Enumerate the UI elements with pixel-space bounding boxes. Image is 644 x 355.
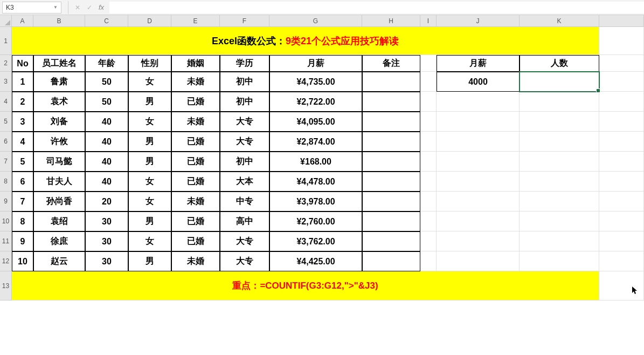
col-header-I[interactable]: I <box>420 15 437 27</box>
fx-icon[interactable]: fx <box>99 3 104 11</box>
row-header-4[interactable]: 4 <box>0 92 12 112</box>
cell-no: 6 <box>12 172 33 192</box>
header-gender: 性别 <box>128 55 171 72</box>
cell-remark <box>362 72 420 92</box>
name-box-dropdown-icon[interactable]: ▼ <box>53 5 58 10</box>
cell-name: 孙尚香 <box>33 192 85 211</box>
cell-gender: 男 <box>128 251 171 271</box>
row-header-2[interactable]: 2 <box>0 55 12 72</box>
cell-J5[interactable] <box>437 112 520 132</box>
cell-age: 50 <box>85 92 128 112</box>
select-all-corner[interactable] <box>0 15 12 27</box>
cell-marital: 已婚 <box>171 92 220 112</box>
cell-salary: ¥2,722.00 <box>269 92 362 112</box>
col-header-E[interactable]: E <box>171 15 220 27</box>
col-header-K[interactable]: K <box>520 15 599 27</box>
spreadsheet-grid[interactable]: ABCDEFGHIJK1Excel函数公式：9类21个公式应用技巧解读2No员工… <box>0 15 644 301</box>
col-header-F[interactable]: F <box>220 15 269 27</box>
col-header-C[interactable]: C <box>85 15 128 27</box>
empty <box>599 55 644 72</box>
col-header-G[interactable]: G <box>269 15 362 27</box>
col-header-D[interactable]: D <box>128 15 171 27</box>
cell-J7[interactable] <box>437 152 520 172</box>
cell-J4[interactable] <box>437 92 520 112</box>
cell-age: 40 <box>85 172 128 192</box>
col-header-J[interactable]: J <box>437 15 520 27</box>
cell-J9[interactable] <box>437 192 520 211</box>
row-header-8[interactable]: 8 <box>0 172 12 192</box>
row-header-12[interactable]: 12 <box>0 251 12 271</box>
cell-K8[interactable] <box>520 172 599 192</box>
empty <box>599 112 644 132</box>
cell-J8[interactable] <box>437 172 520 192</box>
cell-salary: ¥168.00 <box>269 152 362 172</box>
cell-K4[interactable] <box>520 92 599 112</box>
row-header-6[interactable]: 6 <box>0 132 12 152</box>
row-header-5[interactable]: 5 <box>0 112 12 132</box>
col-header-A[interactable]: A <box>12 15 33 27</box>
cell-gender: 男 <box>128 211 171 231</box>
cell-K11[interactable] <box>520 231 599 251</box>
cell-gender: 女 <box>128 112 171 132</box>
cell-K9[interactable] <box>520 192 599 211</box>
cell-no: 2 <box>12 92 33 112</box>
empty <box>599 271 644 301</box>
cell-J11[interactable] <box>437 231 520 251</box>
cell-no: 10 <box>12 251 33 271</box>
row-header-13[interactable]: 13 <box>0 271 12 301</box>
enter-icon: ✓ <box>84 4 95 11</box>
col-header-B[interactable]: B <box>33 15 85 27</box>
cell-no: 7 <box>12 192 33 211</box>
cell-K10[interactable] <box>520 211 599 231</box>
cursor-icon <box>632 286 639 295</box>
cell-no: 4 <box>12 132 33 152</box>
cell-salary: ¥3,762.00 <box>269 231 362 251</box>
cell-remark <box>362 231 420 251</box>
gap-I5 <box>420 112 437 132</box>
cell-marital: 未婚 <box>171 112 220 132</box>
cell-marital: 已婚 <box>171 211 220 231</box>
row-header-9[interactable]: 9 <box>0 192 12 211</box>
cell-K6[interactable] <box>520 132 599 152</box>
cell-edu: 大本 <box>220 172 269 192</box>
cell-no: 5 <box>12 152 33 172</box>
empty <box>599 211 644 231</box>
cell-K12[interactable] <box>520 251 599 271</box>
cell-age: 40 <box>85 112 128 132</box>
cell-remark <box>362 251 420 271</box>
title-main: 9类21个公式应用技巧解读 <box>286 35 399 47</box>
row-header-3[interactable]: 3 <box>0 72 12 92</box>
row-header-7[interactable]: 7 <box>0 152 12 172</box>
header-edu: 学历 <box>220 55 269 72</box>
cell-edu: 大专 <box>220 132 269 152</box>
col-header-extra[interactable] <box>599 15 644 27</box>
cell-J6[interactable] <box>437 132 520 152</box>
cell-gender: 女 <box>128 72 171 92</box>
cell-J3[interactable]: 4000 <box>437 72 520 92</box>
cell-K7[interactable] <box>520 152 599 172</box>
empty <box>599 92 644 112</box>
row-header-11[interactable]: 11 <box>0 231 12 251</box>
cell-marital: 已婚 <box>171 152 220 172</box>
cell-K5[interactable] <box>520 112 599 132</box>
col-header-H[interactable]: H <box>362 15 420 27</box>
formula-input[interactable] <box>109 2 644 13</box>
name-box[interactable]: K3 ▼ <box>2 2 61 13</box>
cell-remark <box>362 92 420 112</box>
cell-age: 20 <box>85 192 128 211</box>
footer-prefix: 重点： <box>232 279 260 292</box>
cell-K3[interactable] <box>520 72 599 92</box>
cell-edu: 大专 <box>220 231 269 251</box>
cell-name: 许攸 <box>33 132 85 152</box>
cell-name: 司马懿 <box>33 152 85 172</box>
row-header-10[interactable]: 10 <box>0 211 12 231</box>
cell-salary: ¥2,874.00 <box>269 132 362 152</box>
cell-J12[interactable] <box>437 251 520 271</box>
gap-I8 <box>420 172 437 192</box>
row-header-1[interactable]: 1 <box>0 27 12 55</box>
header-salary: 月薪 <box>269 55 362 72</box>
cell-J10[interactable] <box>437 211 520 231</box>
cell-edu: 中专 <box>220 192 269 211</box>
cell-name: 袁绍 <box>33 211 85 231</box>
separator <box>68 1 68 14</box>
